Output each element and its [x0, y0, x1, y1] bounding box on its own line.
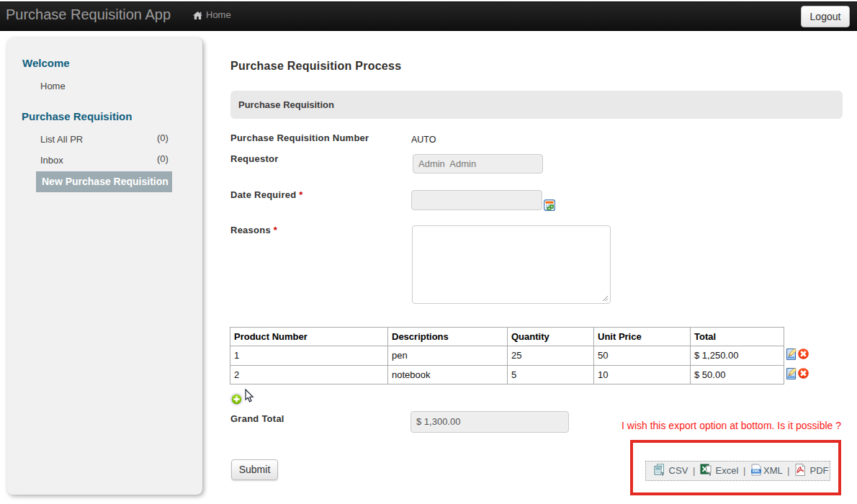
svg-text:XML: XML: [752, 469, 760, 473]
